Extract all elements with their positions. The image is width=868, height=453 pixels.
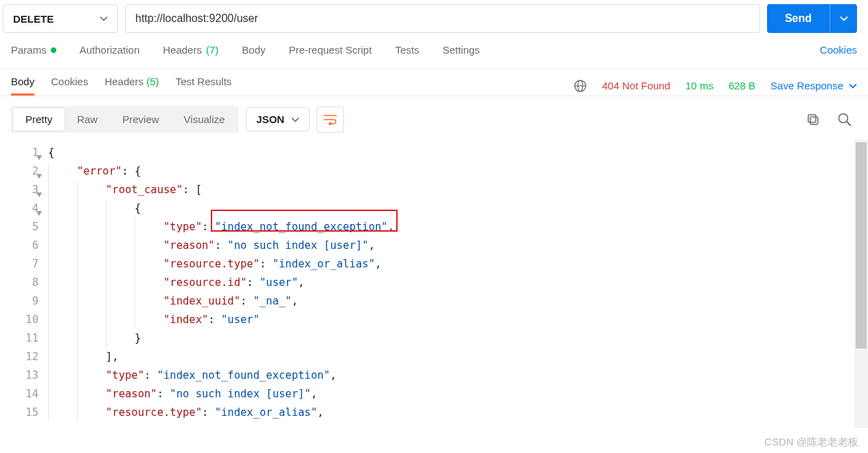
http-method-select[interactable]: DELETE — [3, 4, 118, 33]
code-line: { — [48, 144, 868, 162]
response-time: 10 ms — [685, 80, 713, 91]
code-line: "resource.type": "index_or_alias", — [48, 255, 868, 274]
svg-point-5 — [839, 113, 848, 122]
code-line: "reason": "no such index [user]", — [48, 385, 868, 404]
response-status: 404 Not Found — [602, 80, 670, 91]
search-icon[interactable] — [832, 107, 857, 132]
code-line: "root_cause": [ — [48, 181, 868, 199]
resp-tab-cookies[interactable]: Cookies — [51, 76, 88, 96]
code-line: "resource.type": "index_or_alias", — [48, 404, 868, 422]
cookies-link[interactable]: Cookies — [820, 44, 857, 56]
code-line: "type": "index_not_found_exception", — [48, 218, 868, 236]
send-button[interactable]: Send — [767, 4, 830, 33]
svg-rect-4 — [808, 115, 816, 122]
svg-rect-3 — [810, 117, 818, 124]
code-line: "resource.id": "user", — [48, 274, 868, 292]
tab-body[interactable]: Body — [242, 44, 265, 56]
dot-indicator-icon — [51, 47, 56, 53]
tab-params[interactable]: Params — [11, 44, 56, 56]
resp-tab-headers[interactable]: Headers (5) — [104, 76, 159, 96]
response-size: 628 B — [729, 80, 755, 91]
svg-line-6 — [847, 122, 851, 126]
chevron-down-icon — [849, 82, 857, 90]
line-number-gutter: 123456789101112131415 — [0, 140, 48, 428]
view-pretty-button[interactable]: Pretty — [13, 108, 65, 131]
http-method-value: DELETE — [13, 13, 54, 25]
chevron-down-icon — [291, 115, 299, 124]
resp-tab-body[interactable]: Body — [11, 76, 34, 96]
tab-prerequest[interactable]: Pre-request Script — [289, 44, 372, 56]
view-preview-button[interactable]: Preview — [110, 108, 171, 131]
response-body-editor[interactable]: 123456789101112131415 {"error": {"root_c… — [0, 140, 868, 428]
view-visualize-button[interactable]: Visualize — [172, 108, 238, 131]
fold-toggle-icon[interactable] — [36, 204, 44, 212]
code-line: "index_uuid": "_na_", — [48, 292, 868, 311]
chevron-down-icon — [840, 14, 848, 23]
code-line: ], — [48, 348, 868, 366]
view-raw-button[interactable]: Raw — [65, 108, 110, 131]
code-line: "error": { — [48, 162, 868, 181]
resp-tab-test-results[interactable]: Test Results — [176, 76, 232, 96]
fold-toggle-icon[interactable] — [36, 148, 44, 157]
tab-tests[interactable]: Tests — [395, 44, 419, 56]
copy-icon[interactable] — [801, 107, 825, 132]
scrollbar-vertical[interactable] — [854, 140, 868, 428]
tab-headers[interactable]: Headers (7) — [163, 44, 218, 56]
chevron-down-icon — [100, 14, 108, 23]
code-line: "reason": "no such index [user]", — [48, 236, 868, 255]
tab-authorization[interactable]: Authorization — [80, 44, 140, 56]
code-line: { — [48, 199, 868, 218]
code-line: "type": "index_not_found_exception", — [48, 366, 868, 385]
code-content: {"error": {"root_cause": [{"type": "inde… — [48, 140, 868, 428]
save-response-button[interactable]: Save Response — [770, 80, 857, 91]
send-dropdown-button[interactable] — [830, 4, 857, 33]
line-wrap-toggle[interactable] — [317, 107, 344, 133]
code-line: } — [48, 329, 868, 348]
fold-toggle-icon[interactable] — [36, 167, 44, 175]
request-url-input[interactable]: http://localhost:9200/user — [125, 4, 760, 33]
body-format-select[interactable]: JSON — [246, 107, 310, 131]
body-view-switch: Pretty Raw Preview Visualize — [11, 106, 239, 133]
scrollbar-thumb[interactable] — [856, 142, 867, 349]
fold-toggle-icon[interactable] — [36, 186, 44, 194]
request-url-value: http://localhost:9200/user — [135, 12, 258, 25]
code-line: "index": "user" — [48, 311, 868, 329]
globe-icon[interactable] — [573, 79, 587, 93]
watermark-text: CSDN @陈老老老板 — [764, 436, 858, 449]
tab-settings[interactable]: Settings — [442, 44, 479, 56]
